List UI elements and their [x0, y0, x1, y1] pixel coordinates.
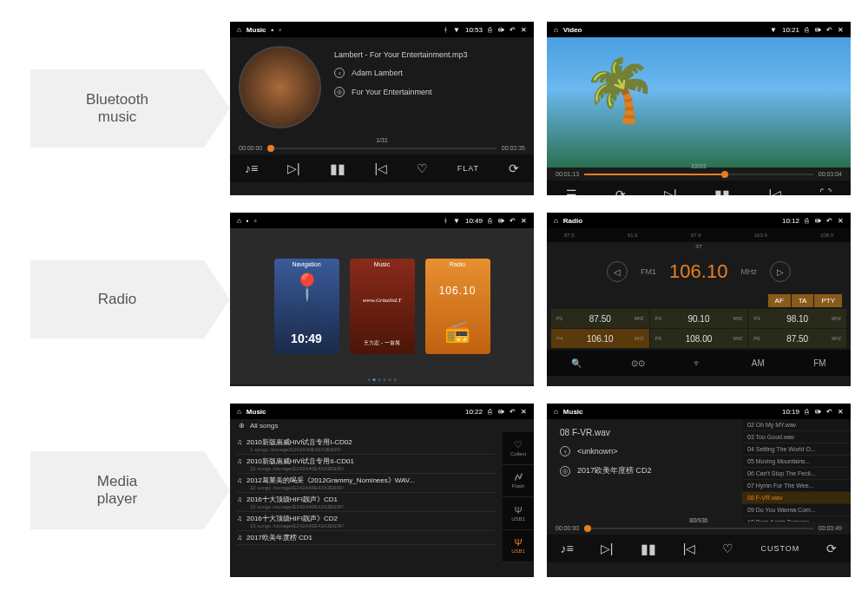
pause-button[interactable]: ▮▮ — [714, 187, 730, 196]
next-button[interactable]: |◁ — [768, 187, 781, 195]
volume-icon[interactable]: 🕪 — [814, 408, 821, 416]
playlist-track[interactable]: 09 Do You Wanna Com... — [742, 504, 851, 516]
next-button[interactable]: |◁ — [683, 542, 696, 555]
camera-icon[interactable]: ⎙ — [805, 408, 809, 416]
home-icon[interactable]: ⌂ — [554, 26, 558, 34]
repeat-button[interactable]: ⟳ — [509, 161, 519, 175]
prev-button[interactable]: ▷| — [287, 161, 300, 175]
close-icon[interactable]: ✕ — [838, 408, 844, 416]
prev-button[interactable]: ▷| — [601, 542, 614, 555]
search-button[interactable]: 🔍 — [571, 358, 582, 368]
media-list-item[interactable]: ♫2010新版惠威HiVi试音专用I-CD021 songs /storage/… — [237, 436, 496, 455]
camera-icon[interactable]: ⎙ — [805, 217, 809, 225]
repeat-button[interactable]: ⟳ — [826, 542, 837, 555]
media-list-item[interactable]: ♫2012葛莱美的喝采《2012Grammy_Nominees》WAV...22… — [237, 474, 496, 493]
ta-button[interactable]: TA — [792, 294, 814, 307]
close-icon[interactable]: ✕ — [521, 217, 527, 225]
media-list-item[interactable]: ♫2016十大顶级HIFI靓声》CD215 songs /storage/E24… — [237, 512, 496, 531]
back-icon[interactable]: ↶ — [510, 217, 516, 225]
close-icon[interactable]: ✕ — [521, 26, 527, 34]
am-button[interactable]: AM — [752, 358, 765, 368]
volume-icon[interactable]: 🕪 — [497, 217, 504, 225]
af-button[interactable]: AF — [768, 294, 791, 307]
back-icon[interactable]: ↶ — [510, 408, 516, 416]
eq-button[interactable]: CUSTOM — [760, 544, 799, 553]
camera-icon[interactable]: ⎙ — [488, 217, 492, 225]
seek-down-button[interactable]: ◁ — [607, 261, 628, 282]
media-list-item[interactable]: ♫2016十大顶级HIFI靓声》CD115 songs /storage/E24… — [237, 493, 496, 512]
card-music[interactable]: Music www.GrizzlisLT 王力宏 - 一首简 — [350, 259, 415, 354]
artist-name: <unknown> — [577, 447, 618, 456]
storage-flash[interactable]: 🗲Flash — [503, 465, 534, 498]
video-frame[interactable]: 🌴 — [547, 37, 851, 167]
repeat-button[interactable]: ⟳ — [615, 187, 626, 195]
home-icon[interactable]: ⌂ — [554, 408, 558, 416]
preset-P5[interactable]: P5108.00MHZ — [650, 329, 748, 348]
card-radio[interactable]: Radio 106.10 📻 — [425, 259, 490, 354]
seek-up-button[interactable]: ▷ — [770, 261, 791, 282]
back-icon[interactable]: ↶ — [826, 217, 832, 225]
preset-P3[interactable]: P398.10MHZ — [748, 309, 846, 328]
band-label: FM1 — [641, 267, 656, 276]
playlist-track[interactable]: 02 Oh My MY.wav — [742, 419, 851, 431]
wifi-icon: ▼ — [770, 26, 777, 34]
home-icon[interactable]: ⌂ — [237, 408, 241, 416]
media-list-item[interactable]: ♫2017欧美年度榜 CD1 — [237, 531, 496, 545]
antenna-button[interactable]: ᯤ — [694, 358, 702, 368]
media-list-item[interactable]: ♫2010新版惠威HiVi试音专用II-CD0122 songs /storag… — [237, 455, 496, 474]
card-navigation[interactable]: Navigation 📍 10:49 — [274, 259, 339, 354]
storage-usb1[interactable]: ΨUSB1 — [503, 530, 534, 563]
progress-bar[interactable]: 80/936 — [584, 528, 813, 529]
volume-icon[interactable]: 🕪 — [497, 408, 504, 416]
volume-icon[interactable]: 🕪 — [814, 26, 821, 34]
back-icon[interactable]: ↶ — [510, 26, 516, 34]
volume-icon[interactable]: 🕪 — [814, 217, 821, 225]
home-icon[interactable]: ⌂ — [237, 217, 241, 225]
label-arrow — [204, 260, 230, 338]
volume-icon[interactable]: 🕪 — [497, 26, 504, 34]
storage-collect[interactable]: ♡Collect — [503, 432, 534, 465]
prev-button[interactable]: ▷| — [664, 187, 677, 195]
fm-button[interactable]: FM — [813, 358, 825, 368]
playlist-track[interactable]: 10 Born Again Tomorro... — [742, 516, 851, 522]
playlist-track[interactable]: 03 Too Good.wav — [742, 431, 851, 443]
close-icon[interactable]: ✕ — [521, 408, 527, 416]
back-icon[interactable]: ↶ — [826, 26, 832, 34]
progress-bar[interactable]: 22/23 — [584, 174, 813, 175]
progress-bar[interactable]: 1/31 — [267, 148, 496, 149]
pause-button[interactable]: ▮▮ — [330, 161, 345, 177]
preset-P6[interactable]: P687.50MHZ — [748, 329, 846, 348]
pause-button[interactable]: ▮▮ — [641, 541, 656, 557]
storage-usb1[interactable]: ΨUSB1 — [503, 497, 534, 530]
playlist-track[interactable]: 07 Hymn For The Wee... — [742, 480, 851, 492]
list-button[interactable]: ☰ — [566, 187, 577, 195]
next-button[interactable]: |◁ — [374, 161, 387, 175]
preset-P2[interactable]: P290.10MHZ — [650, 309, 748, 328]
expand-icon[interactable]: ⊕ — [239, 422, 245, 430]
current-frequency: 106.10 — [669, 260, 727, 283]
playlist-track[interactable]: 05 Moving Mountains... — [742, 456, 851, 468]
clock: 10:12 — [782, 217, 799, 225]
close-icon[interactable]: ✕ — [838, 217, 844, 225]
playlist-track[interactable]: 08 F-VR.wav — [742, 492, 851, 504]
close-icon[interactable]: ✕ — [838, 26, 844, 34]
eq-button[interactable]: FLAT — [457, 164, 479, 173]
loc-button[interactable]: ⊙⊙ — [631, 358, 645, 368]
playlist-button[interactable]: ♪≡ — [561, 542, 574, 555]
favorite-button[interactable]: ♡ — [417, 161, 428, 175]
camera-icon[interactable]: ⎙ — [805, 26, 809, 34]
fullscreen-button[interactable]: ⛶ — [819, 187, 832, 195]
playlist-track[interactable]: 06 Can't Stop The Fecli... — [742, 468, 851, 480]
camera-icon[interactable]: ⎙ — [488, 408, 492, 416]
camera-icon[interactable]: ⎙ — [488, 26, 492, 34]
person-icon: ♀ — [334, 68, 345, 78]
favorite-button[interactable]: ♡ — [722, 542, 733, 555]
preset-P1[interactable]: P187.50MHZ — [551, 309, 649, 328]
home-icon[interactable]: ⌂ — [554, 217, 558, 225]
back-icon[interactable]: ↶ — [826, 408, 832, 416]
playlist-button[interactable]: ♪≡ — [245, 161, 258, 175]
preset-P4[interactable]: P4106.10MHZ — [551, 329, 649, 348]
home-icon[interactable]: ⌂ — [237, 26, 241, 34]
pty-button[interactable]: PTY — [814, 294, 842, 307]
playlist-track[interactable]: 04 Setting The World O... — [742, 443, 851, 456]
